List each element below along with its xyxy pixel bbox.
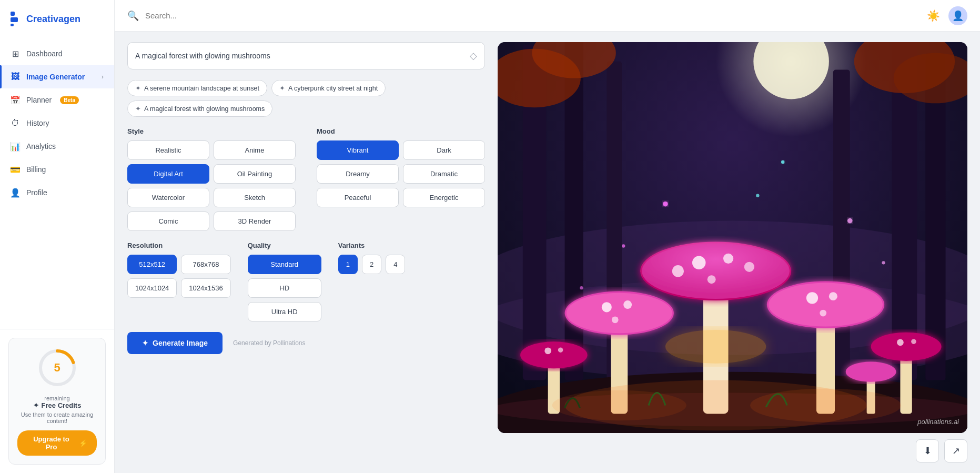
sidebar-item-label: Dashboard xyxy=(26,49,63,58)
mood-energetic[interactable]: Energetic xyxy=(403,188,485,207)
quality-uhd[interactable]: Ultra HD xyxy=(248,302,321,321)
style-group: Style Realistic Anime Digital Art Oil Pa… xyxy=(127,127,296,231)
svg-point-39 xyxy=(829,292,837,300)
svg-point-43 xyxy=(544,347,551,354)
suggestion-chip-2[interactable]: ✦ A cyberpunk city street at night xyxy=(271,80,386,96)
sidebar-item-analytics[interactable]: 📊 Analytics xyxy=(0,135,114,158)
wand-icon: ✦ xyxy=(142,339,148,347)
sun-icon: ☀️ xyxy=(927,9,940,22)
style-digital-art[interactable]: Digital Art xyxy=(127,164,209,184)
download-button[interactable]: ⬇ xyxy=(916,439,939,462)
history-icon: ⏱ xyxy=(11,118,20,128)
sidebar-item-billing[interactable]: 💳 Billing xyxy=(0,158,114,181)
quality-label: Quality xyxy=(248,241,321,249)
resolution-options: 512x512 768x768 1024x1024 1024x1536 xyxy=(127,255,231,298)
generated-image-svg xyxy=(498,42,967,433)
resolution-label: Resolution xyxy=(127,241,231,249)
svg-point-60 xyxy=(750,389,901,422)
sidebar-item-image-generator[interactable]: 🖼 Image Generator › xyxy=(0,65,114,88)
profile-icon: 👤 xyxy=(11,188,20,197)
mood-dark[interactable]: Dark xyxy=(403,140,485,160)
mood-vibrant[interactable]: Vibrant xyxy=(317,140,399,160)
svg-rect-12 xyxy=(833,70,850,380)
left-panel: ◇ ✦ A serene mountain landscape at sunse… xyxy=(127,42,485,462)
sparkle-icon: ✦ xyxy=(135,105,141,113)
svg-point-42 xyxy=(520,341,588,368)
svg-point-48 xyxy=(911,339,916,344)
style-sketch[interactable]: Sketch xyxy=(214,188,296,207)
res-1024[interactable]: 1024x1024 xyxy=(127,278,177,298)
avatar-icon: 👤 xyxy=(952,10,964,22)
quality-group: Quality Standard HD Ultra HD xyxy=(248,241,321,321)
style-comic[interactable]: Comic xyxy=(127,212,209,231)
diamond-icon: ◇ xyxy=(470,50,477,62)
sidebar-item-planner[interactable]: 📅 Planner Beta xyxy=(0,88,114,112)
free-credits-description: Use them to create amazing content! xyxy=(17,411,97,424)
svg-point-54 xyxy=(847,218,853,224)
suggestion-chip-1[interactable]: ✦ A serene mountain landscape at sunset xyxy=(127,80,267,96)
svg-point-32 xyxy=(602,302,612,312)
app-logo: Creativagen xyxy=(0,0,114,38)
style-watercolor[interactable]: Watercolor xyxy=(127,188,209,207)
style-anime[interactable]: Anime xyxy=(214,140,296,160)
svg-point-23 xyxy=(692,256,706,270)
style-3d-render[interactable]: 3D Render xyxy=(214,212,296,231)
suggestion-chips: ✦ A serene mountain landscape at sunset … xyxy=(127,80,485,117)
svg-point-26 xyxy=(672,265,684,277)
topbar: 🔍 ☀️ 👤 xyxy=(115,0,980,32)
svg-point-55 xyxy=(756,194,759,197)
generate-row: ✦ Generate Image Generated by Pollinatio… xyxy=(127,332,485,354)
svg-point-27 xyxy=(744,262,754,272)
style-options: Realistic Anime Digital Art Oil Painting… xyxy=(127,140,296,231)
quality-hd[interactable]: HD xyxy=(248,278,321,298)
download-icon: ⬇ xyxy=(924,445,932,457)
generate-image-button[interactable]: ✦ Generate Image xyxy=(127,332,223,354)
style-oil-painting[interactable]: Oil Painting xyxy=(214,164,296,184)
variants-2[interactable]: 2 xyxy=(362,255,381,274)
resolution-group: Resolution 512x512 768x768 1024x1024 102… xyxy=(127,241,231,321)
generated-image-container: pollinations.ai xyxy=(498,42,967,433)
topbar-actions: ☀️ 👤 xyxy=(927,6,967,25)
mood-peaceful[interactable]: Peaceful xyxy=(317,188,399,207)
sidebar-item-history[interactable]: ⏱ History xyxy=(0,112,114,135)
sidebar-item-dashboard[interactable]: ⊞ Dashboard xyxy=(0,42,114,65)
svg-point-28 xyxy=(665,330,766,364)
upgrade-to-pro-button[interactable]: Upgrade to Pro ⚡ xyxy=(17,430,97,456)
prompt-input[interactable] xyxy=(135,52,470,60)
svg-point-52 xyxy=(781,160,784,164)
prompt-input-wrap: ◇ xyxy=(127,42,485,69)
style-realistic[interactable]: Realistic xyxy=(127,140,209,160)
res-1024x1536[interactable]: 1024x1536 xyxy=(181,278,230,298)
mood-dreamy[interactable]: Dreamy xyxy=(317,164,399,184)
res-768[interactable]: 768x768 xyxy=(181,255,230,274)
svg-point-24 xyxy=(723,254,733,264)
variants-4[interactable]: 4 xyxy=(386,255,405,274)
svg-point-33 xyxy=(623,300,632,309)
svg-point-31 xyxy=(567,293,672,334)
mood-dramatic[interactable]: Dramatic xyxy=(403,164,485,184)
variants-1[interactable]: 1 xyxy=(338,255,358,274)
svg-point-57 xyxy=(882,261,885,264)
svg-point-38 xyxy=(806,292,818,304)
image-watermark: pollinations.ai xyxy=(917,418,959,426)
svg-point-59 xyxy=(552,390,686,420)
suggestion-chip-3[interactable]: ✦ A magical forest with glowing mushroom… xyxy=(127,100,272,117)
mood-label: Mood xyxy=(317,127,485,135)
avatar[interactable]: 👤 xyxy=(948,6,967,25)
sidebar-item-label: Billing xyxy=(26,165,46,174)
variants-label: Variants xyxy=(338,241,406,249)
style-label: Style xyxy=(127,127,296,135)
svg-point-50 xyxy=(846,362,896,382)
topbar-search-input[interactable] xyxy=(145,11,921,20)
variants-group: Variants 1 2 4 xyxy=(338,241,406,321)
quality-standard[interactable]: Standard xyxy=(248,255,321,274)
lightning-icon: ⚡ xyxy=(79,439,87,447)
sidebar-item-label: Planner xyxy=(26,96,52,104)
theme-toggle-button[interactable]: ☀️ xyxy=(927,9,940,22)
sidebar-item-profile[interactable]: 👤 Profile xyxy=(0,181,114,204)
content-area: ◇ ✦ A serene mountain landscape at sunse… xyxy=(115,32,980,473)
res-512[interactable]: 512x512 xyxy=(127,255,177,274)
share-button[interactable]: ↗ xyxy=(944,439,967,462)
planner-icon: 📅 xyxy=(11,95,20,105)
logo-icon xyxy=(11,12,22,26)
